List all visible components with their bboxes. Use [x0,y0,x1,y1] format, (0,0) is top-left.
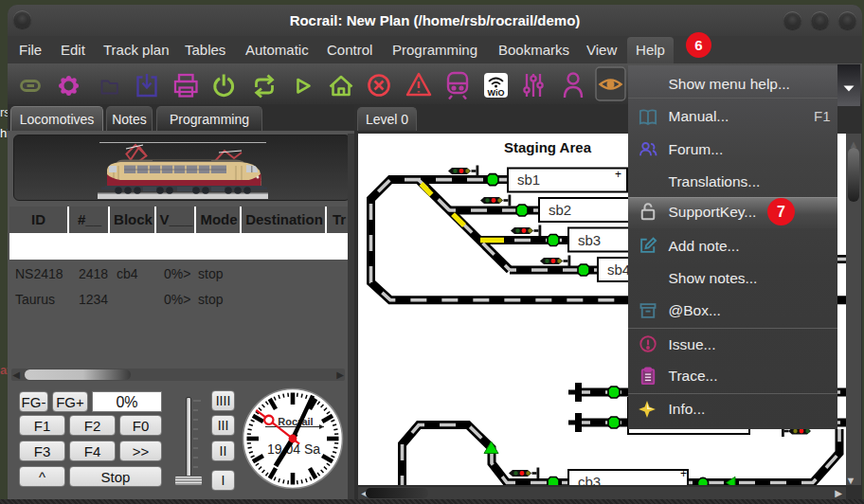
svg-text:Staging Area: Staging Area [504,139,592,155]
svg-text:19.04 Sa: 19.04 Sa [267,441,320,457]
svg-text:Rocrail: Rocrail [278,416,313,427]
svg-text:sb1: sb1 [517,171,540,188]
svg-text:+: + [615,168,621,181]
svg-text:sb3: sb3 [578,232,601,248]
svg-text:sb2: sb2 [549,202,571,218]
svg-text:cb3: cb3 [578,474,601,485]
svg-text:+: + [680,467,687,480]
svg-text:WiO: WiO [488,88,505,98]
